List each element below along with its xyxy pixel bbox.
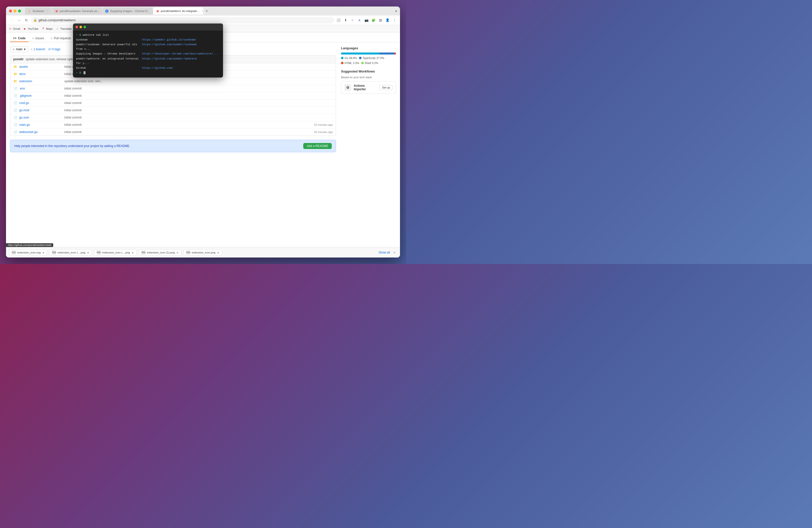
table-row[interactable]: 📄 go.mod initial commit (10, 107, 336, 114)
bookmark-translate[interactable]: A Translate (56, 27, 72, 30)
file-name-cmd-go: cmd.go (19, 101, 64, 105)
maximize-button[interactable] (18, 10, 21, 13)
lang-item-shell[interactable]: Shell 0.2% (361, 61, 378, 64)
file-name-docs: docs (19, 72, 64, 76)
lang-item-go[interactable]: Go 69.8% (341, 57, 357, 59)
minimize-button[interactable] (14, 10, 16, 13)
workflows-subtitle: Based on your tech stack (341, 76, 396, 79)
file-name-gitignore: .gitignore (19, 94, 64, 98)
extensions-icon[interactable]: 🧩 (371, 17, 377, 23)
translate-extension-icon[interactable]: A (357, 17, 362, 23)
new-tab-button[interactable]: + (204, 8, 210, 14)
address-bar[interactable]: 🔒 github.com/pomdtr/webterm (31, 17, 334, 24)
branch-count-link[interactable]: ⑃ 1 branch (31, 47, 45, 51)
table-row[interactable]: 📄 main.go initial commit 32 minutes ago (10, 121, 336, 129)
file-commit-env: initial commit (64, 87, 333, 90)
tab-pomdtr-webterm[interactable]: 🐙 pomdtr/webterm: An integrate... × (153, 8, 203, 15)
terminal-prompt-line: ~ $ webterm tab list (76, 33, 220, 38)
setup-button[interactable]: Set up (379, 85, 393, 90)
close-download-bar-button[interactable]: × (392, 250, 397, 255)
table-row[interactable]: 📄 cmd.go initial commit (10, 100, 336, 107)
table-row[interactable]: 📄 websocket.go initial commit 32 minutes… (10, 129, 336, 135)
bookmark-label-maps: Maps (46, 27, 53, 30)
terminal-close-button[interactable] (75, 26, 78, 28)
tab-dropdown[interactable]: ▾ (395, 9, 397, 13)
lang-item-html[interactable]: HTML 2.5% (341, 61, 359, 64)
file-icon: 📄 (13, 123, 17, 127)
terminal-row: pomdtr/sunbeam: Generate powerful UIs fr… (76, 42, 220, 52)
add-readme-button[interactable]: Add a README (303, 143, 332, 149)
html-pct: 2.5% (353, 61, 359, 64)
menu-icon[interactable]: ⋮ (392, 17, 397, 23)
table-row[interactable]: 📁 extension update extension icon, rem..… (10, 78, 336, 85)
title-bar: ☀ Sunbeam × 🐙 pomdtr/sunbeam: Generate p… (6, 6, 400, 15)
download-item-3[interactable]: PNG extension_icon (1).png ▲ (139, 249, 182, 256)
file-time-main-go: 32 minutes ago (314, 123, 333, 126)
refresh-button[interactable]: ↻ (24, 17, 29, 23)
download-item-2[interactable]: PNG extension_icon (....png ▲ (94, 249, 137, 256)
repo-nav-code[interactable]: <> Code (10, 35, 29, 42)
terminal-prompt: ~ $ (76, 33, 81, 36)
folder-icon: 📁 (13, 72, 17, 76)
share-icon[interactable]: ⬜ (335, 17, 342, 23)
go-label: Go (345, 57, 348, 59)
download-item-4[interactable]: PNG extension_icon.png ▲ (184, 249, 222, 256)
repo-nav-code-label: Code (18, 36, 26, 40)
file-icon: 📄 (13, 130, 17, 134)
back-button[interactable]: ← (9, 17, 14, 23)
table-row[interactable]: 📄 .env initial commit (10, 85, 336, 92)
file-icon: 📄 (13, 101, 17, 105)
repo-nav-pull-requests[interactable]: ⑃ Pull requests (47, 35, 74, 42)
tab-supplying-images[interactable]: C Supplying Images – Chrome D... × (103, 8, 153, 15)
bookmark-icon[interactable]: ☆ (349, 17, 356, 23)
bookmark-label-gmail: Gmail (13, 27, 20, 30)
folder-icon: 📁 (13, 65, 17, 69)
forward-button[interactable]: → (16, 17, 22, 23)
terminal-cell-url: https://github.com/ (142, 66, 220, 71)
download-icon[interactable]: ⬇ (343, 17, 348, 23)
terminal-cell-url: https://pomdtr.github.io/sunbeam/ (142, 38, 220, 43)
tab-close-supplying-images[interactable]: × (151, 9, 153, 13)
terminal-titlebar (73, 24, 223, 30)
file-name-env: .env (19, 87, 64, 90)
file-commit-go-mod: initial commit (64, 108, 333, 112)
terminal-minimize-button[interactable] (79, 26, 82, 28)
bookmark-gmail[interactable]: M Gmail (9, 27, 20, 30)
shell-label: Shell (365, 61, 371, 64)
table-row[interactable]: 📄 go.sum initial commit (10, 114, 336, 121)
tab-close-pomdtr-sunbeam[interactable]: × (101, 9, 102, 13)
table-row[interactable]: 📄 .gitignore initial commit (10, 92, 336, 100)
repo-nav-issues[interactable]: ○ Issues (29, 35, 47, 42)
tab-sunbeam[interactable]: ☀ Sunbeam × (25, 8, 52, 15)
tab-close-pomdtr-webterm[interactable]: × (201, 9, 203, 13)
download-item-0[interactable]: SVG extension_icon.svg ▲ (9, 249, 47, 256)
traffic-lights (9, 10, 21, 13)
chevron-up-icon-4: ▲ (217, 251, 219, 254)
camera-icon[interactable]: 📷 (363, 17, 369, 23)
tab-pomdtr-sunbeam[interactable]: 🐙 pomdtr/sunbeam: Generate po... × (52, 8, 102, 15)
terminal-prompt-end: ~ $ (76, 71, 81, 74)
bookmark-youtube[interactable]: ▶ YouTube (23, 27, 39, 30)
lang-item-typescript[interactable]: TypeScript 27.5% (359, 57, 384, 59)
user-icon[interactable]: 👤 (385, 17, 391, 23)
show-all-button[interactable]: Show all (378, 251, 390, 254)
file-commit-extension: update extension icon, rem... (64, 79, 333, 83)
branch-fork-icon: ⑃ (31, 47, 32, 51)
tab-close-sunbeam[interactable]: × (46, 9, 49, 13)
sidebar-toggle-icon[interactable]: ▤ (377, 17, 383, 23)
terminal-maximize-button[interactable] (84, 26, 86, 28)
tabs-bar: ☀ Sunbeam × 🐙 pomdtr/sunbeam: Generate p… (25, 8, 391, 15)
branch-count-label: 1 branch (33, 47, 45, 51)
go-pct: 69.8% (349, 57, 357, 59)
download-item-1[interactable]: PNG extension_icon (....png ▲ (49, 249, 92, 256)
tags-count-link[interactable]: 🏷 0 tags (48, 47, 60, 51)
readme-banner: Help people interested in this repositor… (10, 140, 336, 152)
branch-selector[interactable]: ⑃ main ▾ (10, 46, 28, 52)
branch-info: ⑃ 1 branch 🏷 0 tags (31, 47, 60, 51)
bookmark-maps[interactable]: 📍 Maps (42, 27, 53, 30)
terminal-row: Sunbeam https://pomdtr.github.io/sunbeam… (76, 38, 220, 43)
languages-section: Languages Go 69.8% (341, 46, 396, 64)
file-commit-go-sum: initial commit (64, 116, 333, 119)
close-button[interactable] (9, 10, 12, 13)
lock-icon: 🔒 (33, 18, 37, 22)
